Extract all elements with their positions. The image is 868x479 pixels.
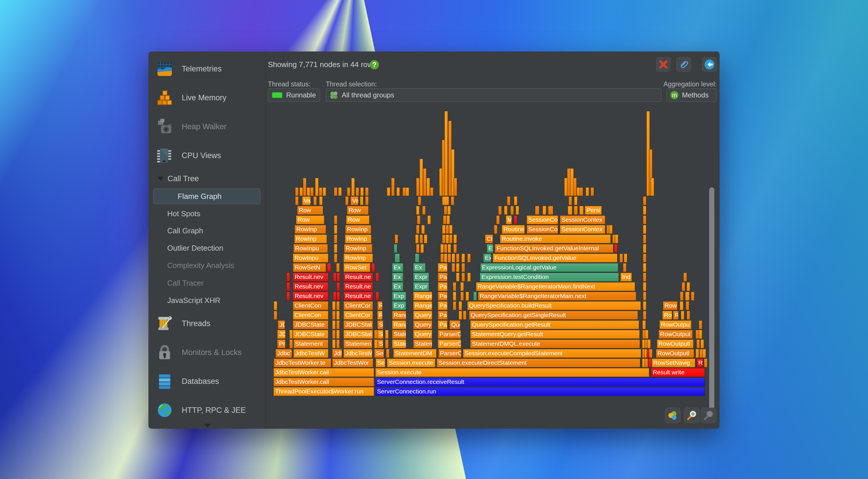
flame-node[interactable]: Session.executeCompiledStatement xyxy=(463,349,642,358)
sidebar-item-telemetries[interactable]: Telemetries xyxy=(148,60,266,78)
attach-button[interactable] xyxy=(677,57,691,72)
flame-node[interactable]: JDBCState xyxy=(293,320,329,329)
sidebar-item-threads[interactable]: Threads xyxy=(148,314,266,333)
flame-node[interactable]: Ex xyxy=(487,244,493,253)
flame-node[interactable]: St xyxy=(377,320,384,329)
flame-node[interactable]: RowInp xyxy=(294,234,327,243)
sidebar-subitem-call-graph[interactable]: Call Graph xyxy=(167,225,260,236)
flame-node[interactable]: JdbcTestWor xyxy=(332,358,373,368)
flame-node[interactable]: Result.nev xyxy=(293,282,329,291)
flame-node[interactable]: ClientCon xyxy=(293,301,329,310)
sidebar-subitem-flame-graph[interactable]: Flame Graph xyxy=(153,189,260,204)
expander-icon[interactable] xyxy=(158,177,163,181)
flame-node[interactable]: Statem xyxy=(413,339,432,348)
flame-node[interactable]: Result.nev xyxy=(293,292,329,301)
flame-node[interactable]: Row xyxy=(296,215,324,224)
flame-node[interactable]: RowOutputl xyxy=(657,339,694,348)
flame-node[interactable]: StatementDMQL.execute xyxy=(470,339,640,348)
back-button[interactable] xyxy=(702,57,717,72)
flame-node[interactable]: RangeVariable$RangeIteratorMain.findNext xyxy=(476,282,635,291)
flame-node[interactable]: Session.execute xyxy=(387,358,435,368)
flame-node[interactable]: RowInp xyxy=(344,244,373,253)
flame-node[interactable]: Query xyxy=(413,330,432,339)
flame-node[interactable]: Exp xyxy=(392,292,406,301)
flame-node[interactable]: RowInpu xyxy=(293,253,329,263)
flame-node[interactable]: QuerySpecification.buildResult xyxy=(467,301,641,310)
flame-node[interactable]: JDBCState xyxy=(293,330,329,339)
flame-node[interactable]: Exp xyxy=(483,253,491,263)
flame-node[interactable]: Statemen xyxy=(343,339,372,348)
flame-node[interactable]: Persi xyxy=(585,206,601,215)
flame-node[interactable]: JdbcTestW xyxy=(293,349,329,358)
flame-node[interactable]: ServerConnection.run xyxy=(375,387,705,396)
flame-node[interactable]: StatementDM xyxy=(393,349,437,358)
flame-node[interactable]: Query xyxy=(413,311,432,320)
flame-node[interactable]: Ind xyxy=(620,273,632,281)
flame-node[interactable]: Ex xyxy=(392,273,404,281)
flame-node[interactable]: Se xyxy=(376,358,385,368)
flame-node[interactable]: ParserCo xyxy=(438,339,461,348)
flame-node[interactable]: ClientCor xyxy=(343,311,373,320)
flame-node[interactable]: SessionCo xyxy=(527,225,558,234)
sidebar-subitem-call-tracer[interactable]: Call Tracer xyxy=(167,277,260,289)
flame-node[interactable]: ServerConnection.receiveResult xyxy=(375,378,705,386)
flame-node[interactable]: SessionContex xyxy=(560,215,606,224)
flame-node[interactable]: St xyxy=(377,330,384,339)
sidebar-subitem-complexity-analysis[interactable]: Complexity Analysis xyxy=(167,260,260,271)
flame-node[interactable]: Exp xyxy=(392,301,406,310)
flame-node[interactable]: Result.write xyxy=(651,368,705,377)
flame-node[interactable]: Result.nev xyxy=(293,273,329,281)
flame-node[interactable]: R xyxy=(377,301,383,310)
flame-node[interactable]: FunctionSQLInvoked.getValue xyxy=(493,253,617,263)
flame-node[interactable]: ParserCo xyxy=(438,349,462,358)
flame-node[interactable]: Pa xyxy=(438,320,447,329)
flame-node[interactable]: JdbcTestWorker.te xyxy=(274,358,331,368)
flame-node[interactable]: Result.ne xyxy=(343,292,373,301)
sidebar-item-http-rpc-jee[interactable]: HTTP, RPC & JEE xyxy=(148,401,266,419)
flame-node[interactable]: R xyxy=(697,358,703,368)
flame-node[interactable]: Pa xyxy=(438,292,447,301)
flame-node[interactable]: RowOutpu xyxy=(659,320,691,329)
colorize-button[interactable] xyxy=(665,408,681,423)
flame-node[interactable]: Pa xyxy=(438,311,447,320)
flame-node[interactable]: R xyxy=(377,311,383,320)
flame-node[interactable]: Statement xyxy=(293,339,329,348)
flame-node[interactable]: RowInp xyxy=(345,225,371,234)
flame-node[interactable]: JDBCStat xyxy=(343,320,373,329)
flame-node[interactable]: Pa xyxy=(438,273,447,281)
sidebar-subitem-outlier-detection[interactable]: Outlier Detection xyxy=(167,242,260,254)
flame-node[interactable]: Rang xyxy=(392,311,406,320)
flame-node[interactable]: St xyxy=(377,339,384,348)
flame-node[interactable]: Row xyxy=(663,301,678,310)
flame-node[interactable]: Va xyxy=(350,196,359,205)
flame-node[interactable]: Session.execute xyxy=(375,368,649,377)
flame-node[interactable]: FunctionSQLInvoked.getValueInternal xyxy=(495,244,613,253)
remove-marking-button[interactable] xyxy=(656,57,671,72)
flame-node[interactable]: ClientCor xyxy=(343,301,373,310)
flame-node[interactable]: JdbcTestWorker.call xyxy=(273,378,374,386)
flame-node[interactable]: Routine.invoke xyxy=(500,234,611,243)
flame-node[interactable]: RowSetN xyxy=(293,263,326,272)
flame-node[interactable]: RowInpu xyxy=(293,244,328,253)
flame-node[interactable]: Ex xyxy=(392,282,404,291)
flame-node[interactable]: ThreadPoolExecutor$Worker.run xyxy=(273,387,374,396)
flame-node[interactable]: Range xyxy=(413,292,432,301)
flame-node[interactable]: Pa xyxy=(438,263,447,272)
sidebar-item-call-tree[interactable]: Call Tree xyxy=(148,173,266,184)
flame-node[interactable]: JDBCStat xyxy=(343,330,373,339)
sidebar-subitem-hot-spots[interactable]: Hot Spots xyxy=(167,208,260,219)
flame-node[interactable]: Range xyxy=(413,301,432,310)
flame-node[interactable]: Pa xyxy=(438,282,447,291)
flame-node[interactable]: Rc xyxy=(673,311,679,320)
aggregation-level-combo[interactable]: m Methods xyxy=(666,89,717,102)
flame-node[interactable]: RowOutputl xyxy=(656,349,694,358)
sidebar-scroll-down-icon[interactable] xyxy=(204,424,211,427)
flame-node[interactable]: RangeVariable$RangeIteratorMain.next xyxy=(478,292,636,301)
flame-node[interactable]: Session.executeDirectStatement xyxy=(437,358,640,368)
thread-status-combo[interactable]: Runnable xyxy=(268,89,320,102)
flame-node[interactable]: JdbcTestW xyxy=(343,349,372,358)
flame-node[interactable]: Row xyxy=(347,206,369,215)
flame-node[interactable]: SessionContex xyxy=(560,225,606,234)
flame-node[interactable]: Cl xyxy=(485,234,493,243)
flame-node[interactable]: Ex xyxy=(392,263,404,272)
